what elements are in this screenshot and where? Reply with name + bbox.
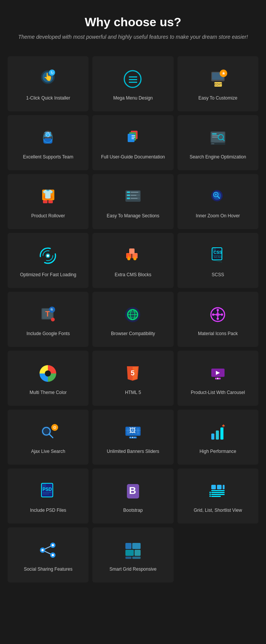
easy-manage-icon (122, 185, 144, 208)
svg-marker-127 (222, 424, 225, 426)
feature-card-scss: CSS SCSS SCSS (177, 233, 258, 288)
svg-rect-48 (131, 192, 138, 193)
smart-grid-label: Smart Grid Responsive (109, 566, 157, 573)
page-header: Why choose us? Theme developed with most… (8, 15, 258, 41)
svg-point-153 (52, 554, 54, 556)
svg-rect-63 (129, 248, 135, 254)
svg-rect-154 (125, 543, 131, 549)
feature-card-performance: High Performance (177, 410, 258, 465)
product-list-icon: ▶ (206, 362, 229, 385)
feature-card-quick-installer: 👆 ↻ 1-Click Quick Installer (8, 56, 89, 111)
svg-point-65 (133, 257, 136, 260)
feature-card-grid-list: Grid, List, Shortlist View (177, 468, 258, 524)
feature-card-smart-grid: Smart Grid Responsive (92, 527, 173, 582)
mega-menu-label: Mega Menu Design (113, 95, 153, 101)
svg-rect-142 (211, 496, 221, 497)
svg-rect-50 (131, 198, 138, 199)
fast-loading-icon (37, 244, 60, 267)
user-guide-label: Full User-Guide Documentation (101, 154, 165, 160)
svg-point-80 (51, 318, 55, 321)
performance-label: High Performance (200, 448, 236, 455)
browser-compat-label: Browser Compatibility (111, 331, 155, 337)
svg-rect-138 (223, 485, 225, 489)
svg-text:▶: ▶ (215, 369, 220, 375)
social-sharing-icon (37, 539, 60, 562)
product-list-label: Product-List With Carousel (191, 389, 245, 396)
psd-files-icon: PSD (37, 480, 60, 503)
fast-loading-label: Optimized For Fast Loading (20, 272, 76, 278)
svg-point-144 (209, 494, 211, 495)
feature-card-product-list: ▶ Product-List With Carousel (177, 351, 258, 406)
feature-card-seo: Search Engine Optimization (177, 115, 258, 170)
feature-card-material-icons: Material Icons Pack (177, 292, 258, 347)
svg-rect-45 (127, 191, 130, 193)
svg-text:↻: ↻ (51, 71, 54, 75)
svg-point-123 (135, 437, 136, 438)
feature-card-mega-menu: Mega Menu Design (92, 56, 173, 111)
svg-rect-158 (125, 557, 131, 559)
svg-point-143 (209, 492, 211, 493)
svg-point-60 (47, 255, 49, 257)
feature-card-easy-customize: ★ EDIT Easy To Customize (177, 56, 258, 111)
mega-menu-icon (122, 68, 144, 90)
multi-theme-label: Multi Theme Color (30, 389, 67, 396)
inner-zoom-icon (206, 185, 229, 208)
svg-rect-26 (131, 138, 134, 139)
scss-label: SCSS (212, 272, 224, 278)
svg-text:EDIT: EDIT (214, 82, 222, 86)
feature-card-cms-blocks: Extra CMS Blocks (92, 233, 173, 288)
browser-compat-icon (122, 303, 144, 326)
grid-list-icon (206, 480, 229, 503)
svg-text:T: T (45, 310, 50, 318)
easy-customize-icon: ★ EDIT (206, 68, 229, 90)
svg-rect-118 (137, 428, 139, 434)
svg-point-121 (130, 437, 131, 438)
html5-label: HTML 5 (125, 389, 141, 396)
svg-rect-6 (129, 76, 137, 78)
features-grid: 👆 ↻ 1-Click Quick Installer Mega Menu De… (8, 56, 258, 582)
svg-rect-24 (131, 135, 135, 136)
feature-card-psd-files: PSD Include PSD Files (8, 468, 89, 524)
svg-text:🖼: 🖼 (129, 427, 136, 434)
easy-manage-label: Easy To Manage Sections (107, 213, 160, 219)
quick-installer-icon: 👆 ↻ (37, 68, 60, 90)
svg-rect-141 (211, 494, 225, 495)
svg-marker-128 (222, 426, 225, 427)
svg-rect-31 (212, 137, 218, 138)
svg-line-110 (49, 434, 53, 438)
social-sharing-label: Social Sharing Features (24, 566, 73, 573)
svg-rect-126 (220, 427, 223, 440)
svg-point-92 (212, 313, 214, 316)
material-icons-icon (206, 303, 229, 326)
psd-files-label: Include PSD Files (30, 507, 66, 514)
feature-card-bootstrap: B Bootstrap (92, 468, 173, 524)
svg-text:5: 5 (131, 369, 135, 377)
svg-rect-46 (127, 195, 130, 196)
banners-icon: 🖼 (122, 421, 144, 444)
svg-point-104 (215, 378, 217, 379)
svg-rect-7 (129, 79, 137, 80)
svg-rect-155 (132, 543, 141, 549)
feature-card-user-guide: Full User-Guide Documentation (92, 115, 173, 170)
svg-rect-25 (131, 137, 135, 138)
cms-blocks-icon (122, 244, 144, 267)
svg-point-122 (132, 437, 133, 438)
product-rollover-icon: 👕 (37, 185, 60, 208)
feature-card-banners: 🖼 Unlimited Banners Sliders (92, 410, 173, 465)
google-fonts-icon: T 🔍 (37, 303, 60, 326)
easy-customize-label: Easy To Customize (198, 95, 238, 101)
bootstrap-icon: B (122, 480, 144, 503)
svg-rect-8 (129, 82, 137, 83)
svg-rect-124 (211, 434, 214, 440)
seo-label: Search Engine Optimization (190, 154, 246, 160)
support-team-icon: 24 (37, 127, 60, 149)
svg-text:SCSS: SCSS (214, 255, 222, 259)
feature-card-social-sharing: Social Sharing Features (8, 527, 89, 582)
grid-list-label: Grid, List, Shortlist View (194, 507, 242, 514)
feature-card-support-team: 24 Excellent Supports Team (8, 115, 89, 170)
svg-text:👕: 👕 (42, 188, 54, 199)
quick-installer-label: 1-Click Quick Installer (26, 95, 70, 101)
svg-rect-47 (127, 198, 130, 199)
feature-card-fast-loading: Optimized For Fast Loading (8, 233, 89, 288)
svg-rect-139 (211, 490, 225, 491)
